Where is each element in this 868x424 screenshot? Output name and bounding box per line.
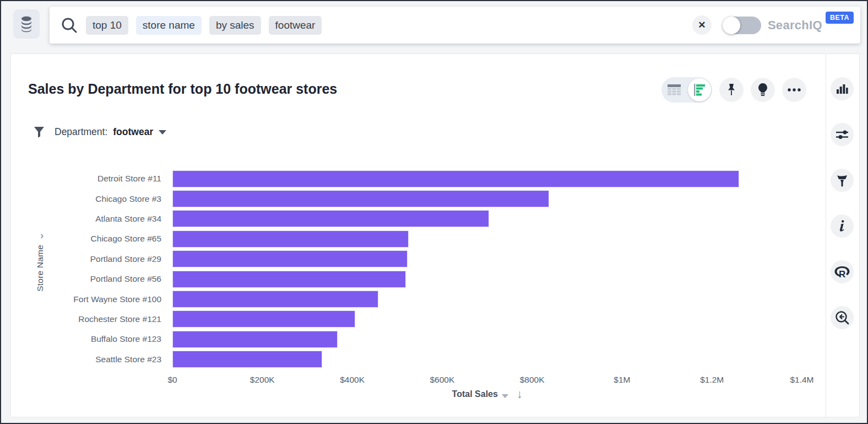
search-token[interactable]: footwear (269, 16, 322, 35)
database-icon (19, 16, 34, 33)
bar-track (172, 310, 802, 328)
info-icon (839, 220, 845, 232)
filter-chip[interactable]: Department: footwear (34, 126, 166, 138)
x-axis-tick: $600K (430, 375, 454, 385)
clear-search-button[interactable]: ✕ (692, 15, 712, 35)
bar[interactable] (172, 291, 378, 308)
toggle-knob-icon (723, 17, 740, 34)
search-token[interactable]: top 10 (86, 16, 128, 35)
y-axis-label: Detroit Store #11 (11, 174, 161, 184)
r-analysis-button[interactable]: R (831, 260, 854, 283)
column-chart-icon (836, 83, 848, 94)
y-axis-label: Portland Store #29 (11, 254, 161, 264)
bar[interactable] (172, 250, 408, 267)
chart-row: Chicago Store #3 (11, 189, 802, 208)
beta-badge: BETA (826, 12, 854, 24)
bar-track (172, 331, 802, 348)
x-axis-title: Total Sales (452, 389, 498, 399)
bar[interactable] (172, 170, 739, 187)
table-view-icon (668, 84, 681, 95)
bar[interactable] (172, 310, 355, 328)
chart-type-button[interactable] (831, 77, 854, 100)
search-token-list: top 10store nameby salesfootwear (86, 16, 322, 35)
x-axis-tick: $1M (614, 375, 630, 385)
x-axis-menu-caret-icon[interactable] (502, 394, 508, 398)
filter-value[interactable]: footwear (113, 126, 153, 138)
search-icon (61, 17, 78, 34)
answer-card: Sales by Department for top 10 footwear … (10, 53, 860, 417)
spotiq-analyze-button[interactable] (831, 306, 854, 329)
filter-label: Department: (55, 126, 107, 138)
x-axis-tick: $400K (340, 375, 365, 385)
table-chart-toggle[interactable] (661, 77, 712, 103)
rail-divider (826, 54, 826, 418)
insights-button[interactable] (751, 78, 775, 102)
paint-brush-icon (837, 174, 848, 187)
bar-track (172, 230, 802, 248)
more-options-button[interactable] (782, 78, 806, 102)
data-source-button[interactable] (13, 9, 40, 39)
bar-track (172, 351, 802, 368)
bar-chart-view-icon (693, 83, 706, 96)
bar-track (172, 170, 802, 187)
pin-icon (725, 83, 737, 96)
bar[interactable] (172, 271, 406, 288)
sliders-icon (836, 130, 849, 139)
info-button[interactable] (831, 214, 854, 238)
searchiq-toggle[interactable] (723, 17, 761, 34)
bar-track (172, 190, 802, 207)
y-axis-label: Chicago Store #65 (11, 234, 161, 244)
answer-toolbar (661, 77, 806, 103)
search-token[interactable]: by sales (209, 16, 261, 35)
r-logo-icon: R (834, 265, 850, 278)
bar[interactable] (172, 351, 322, 368)
searchiq-label: SearchIQ (768, 18, 822, 33)
filter-funnel-icon (34, 126, 45, 138)
bar-track (172, 271, 802, 288)
x-axis-tick: $0 (167, 375, 177, 385)
x-axis-tick: $800K (520, 375, 545, 385)
search-bar[interactable]: top 10store nameby salesfootwear ✕ Searc… (50, 7, 860, 44)
x-axis-tick: $1.2M (700, 375, 724, 385)
chart-config-button[interactable] (831, 123, 854, 146)
chart-row: Buffalo Store #123 (11, 329, 802, 349)
spotiq-analyze-icon (835, 310, 849, 325)
chart-row: Portland Store #56 (11, 269, 802, 289)
y-axis-label: Portland Store #56 (11, 274, 161, 284)
lightbulb-icon (757, 83, 768, 97)
bar[interactable] (172, 331, 338, 348)
chart-row: Atlanta Store #34 (11, 209, 802, 229)
chart-row: Portland Store #29 (11, 249, 802, 269)
filter-dropdown-caret-icon[interactable] (159, 130, 166, 135)
pin-button[interactable] (719, 78, 744, 102)
svg-text:R: R (839, 269, 845, 278)
y-axis-label: Buffalo Store #123 (11, 334, 161, 344)
bar[interactable] (172, 230, 409, 248)
bar-chart: Detroit Store #11Chicago Store #3Atlanta… (11, 169, 802, 369)
bar[interactable] (172, 210, 489, 227)
chart-row: Rochester Store #121 (11, 309, 802, 329)
search-right-controls: ✕ SearchIQ BETA (692, 7, 854, 44)
bar-track (172, 250, 802, 267)
bar-track (172, 210, 802, 227)
chart-row: Seattle Store #23 (11, 350, 802, 369)
x-axis-tick: $200K (250, 375, 275, 385)
sort-descending-icon[interactable]: ↓ (517, 388, 523, 401)
chart-row: Fort Wayne Store #100 (11, 289, 802, 309)
bar[interactable] (172, 190, 549, 207)
format-button[interactable] (831, 169, 854, 192)
x-axis-tick: $1.4M (790, 375, 813, 385)
y-axis-label: Chicago Store #3 (11, 194, 161, 204)
y-axis-label: Fort Wayne Store #100 (11, 294, 161, 304)
app-window: top 10store nameby salesfootwear ✕ Searc… (0, 0, 868, 424)
x-axis-ticks: $0$200K$400K$600K$800K$1M$1.2M$1.4M (172, 375, 802, 386)
chart-row: Chicago Store #65 (11, 229, 802, 249)
ellipsis-icon (787, 88, 801, 92)
y-axis-label: Atlanta Store #34 (11, 214, 161, 224)
right-icon-rail: R (831, 77, 854, 329)
chart-view-selected[interactable] (688, 78, 711, 101)
x-axis-title-group: Total Sales ↓ (172, 388, 802, 401)
search-token[interactable]: store name (136, 16, 202, 35)
y-axis-label: Rochester Store #121 (11, 314, 161, 324)
chart-row: Detroit Store #11 (11, 169, 802, 189)
